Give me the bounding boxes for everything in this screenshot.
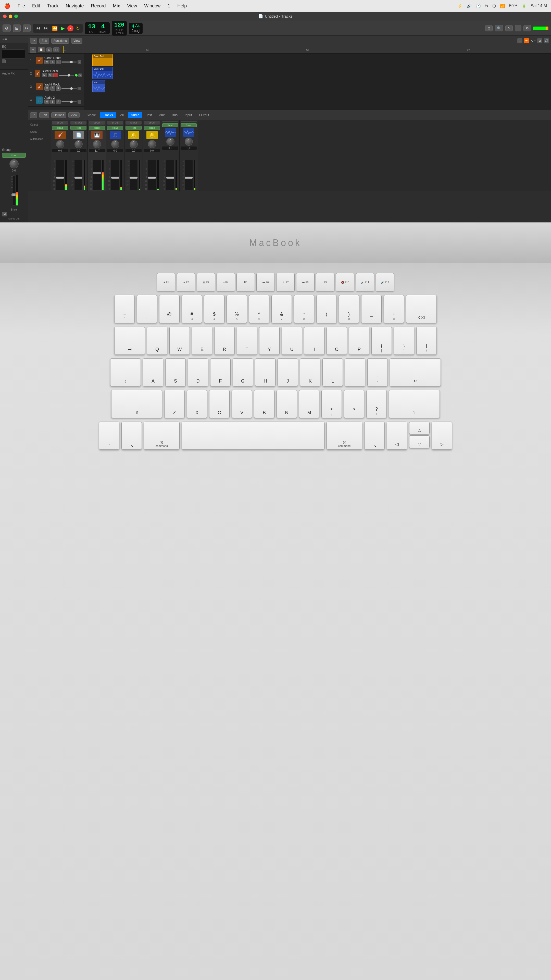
- ch4-fader-handle[interactable]: [111, 177, 119, 179]
- fn-key-f8[interactable]: ⏭ F8: [296, 273, 314, 291]
- go-to-start-button[interactable]: ⏪: [51, 25, 59, 32]
- arrangement-area[interactable]: Silver Doll Silver Doll Yac: [84, 54, 551, 110]
- volume-slider-1[interactable]: [62, 62, 77, 62]
- key-arrow-right[interactable]: ▷: [432, 422, 452, 450]
- ch3-fader-handle[interactable]: [93, 172, 101, 174]
- ch8-fader[interactable]: [184, 160, 193, 190]
- preferences-button[interactable]: ⚙: [3, 24, 11, 32]
- key-k[interactable]: K: [300, 358, 321, 387]
- key-m[interactable]: M: [299, 390, 319, 418]
- mixer-tab-audio[interactable]: Audio: [128, 112, 142, 118]
- key-p[interactable]: P: [349, 327, 369, 355]
- key-9[interactable]: (9: [316, 295, 337, 323]
- key-s[interactable]: S: [165, 358, 186, 387]
- ch8-pan-knob[interactable]: [185, 138, 193, 146]
- key-option-left[interactable]: ⌥: [121, 422, 142, 450]
- ch6-pan-knob[interactable]: [148, 140, 156, 148]
- fn-key-f6[interactable]: ⏮ F6: [256, 273, 275, 291]
- mixer-tab-output[interactable]: Output: [196, 112, 212, 118]
- key-equals[interactable]: +=: [384, 295, 404, 323]
- key-command-right[interactable]: ⌘ command: [327, 422, 362, 450]
- ch8-automation[interactable]: Read: [181, 123, 197, 127]
- cycle-button[interactable]: ↻: [75, 25, 81, 32]
- key-f[interactable]: F: [210, 358, 230, 387]
- key-7[interactable]: &7: [272, 295, 292, 323]
- ch2-fader[interactable]: [74, 160, 83, 190]
- ch2-pan-knob[interactable]: [75, 140, 83, 148]
- apple-menu[interactable]: 🍎: [4, 3, 11, 9]
- menu-record[interactable]: Record: [91, 3, 106, 9]
- add-track-button[interactable]: +: [30, 47, 36, 53]
- key-tab[interactable]: ⇥: [114, 327, 145, 355]
- mixer-tab-inst[interactable]: Inst: [143, 112, 155, 118]
- ch6-fader-handle[interactable]: [148, 177, 156, 179]
- fast-forward-button[interactable]: ⏭: [43, 25, 49, 32]
- key-o[interactable]: O: [327, 327, 347, 355]
- key-shift-right[interactable]: ⇧: [389, 390, 440, 418]
- ch3-automation[interactable]: Read: [89, 126, 105, 130]
- mixer-edit-button[interactable]: Edit: [39, 112, 49, 118]
- key-6[interactable]: ^6: [249, 295, 269, 323]
- key-quote[interactable]: "': [367, 358, 388, 387]
- automation-read-button[interactable]: Read: [2, 153, 26, 158]
- clip-yac-3[interactable]: Yac: [92, 80, 105, 92]
- menu-navigate[interactable]: Navigate: [65, 3, 84, 9]
- ch5-pan-knob[interactable]: [130, 140, 138, 148]
- key-command-left[interactable]: ⌘ command: [144, 422, 179, 450]
- solo-button-3[interactable]: S: [50, 86, 55, 91]
- cursor-icon[interactable]: ↖: [530, 39, 533, 43]
- mixer-tab-single[interactable]: Single: [84, 112, 99, 118]
- clip-silver-doll-2[interactable]: Silver Doll: [92, 67, 113, 79]
- track-view-button[interactable]: 📋: [38, 47, 45, 52]
- loop-view-button[interactable]: ⬚: [53, 47, 59, 52]
- record-arm-3[interactable]: R: [56, 86, 61, 91]
- key-i[interactable]: I: [304, 327, 324, 355]
- key-h[interactable]: H: [255, 358, 275, 387]
- fn-key-f10[interactable]: 🔇 F10: [336, 273, 354, 291]
- solo-button-1[interactable]: S: [50, 60, 55, 64]
- key-slash[interactable]: ?/: [366, 390, 387, 418]
- loop-mode-button[interactable]: ⇌: [524, 38, 529, 43]
- key-comma[interactable]: <,: [321, 390, 342, 418]
- ch5-automation[interactable]: Read: [125, 126, 141, 130]
- ch3-fader[interactable]: [93, 160, 101, 190]
- smart-button[interactable]: S: [46, 48, 52, 52]
- ch7-pan-knob[interactable]: [166, 138, 175, 146]
- mixer-tab-tracks[interactable]: Tracks: [100, 112, 116, 118]
- key-5[interactable]: %5: [227, 295, 247, 323]
- tempo-display[interactable]: 120 KEEP TEMPO: [112, 21, 127, 35]
- key-delete[interactable]: ⌫: [406, 295, 437, 323]
- ch4-pan-knob[interactable]: [111, 140, 119, 148]
- mixer-tab-aux[interactable]: Aux: [156, 112, 168, 118]
- rewind-button[interactable]: ⏮: [35, 25, 41, 32]
- mixer-tab-bus[interactable]: Bus: [169, 112, 181, 118]
- ch6-automation[interactable]: Read: [144, 126, 160, 130]
- mute-button-3[interactable]: M: [44, 86, 49, 91]
- key-period[interactable]: >.: [344, 390, 364, 418]
- solo-button-2[interactable]: S: [48, 73, 52, 77]
- ch1-fader-handle[interactable]: [56, 177, 64, 179]
- ch7-fader[interactable]: [166, 160, 175, 190]
- mute-button-1[interactable]: M: [44, 60, 49, 64]
- key-a[interactable]: A: [143, 358, 163, 387]
- key-x[interactable]: X: [187, 390, 207, 418]
- fn-key-f4[interactable]: ○ F4: [217, 273, 235, 291]
- ch7-fader-handle[interactable]: [166, 177, 174, 179]
- key-rbracket[interactable]: }]: [394, 327, 414, 355]
- key-t[interactable]: T: [237, 327, 257, 355]
- channel-fader-track[interactable]: [13, 175, 15, 206]
- key-r[interactable]: R: [214, 327, 235, 355]
- key-z[interactable]: Z: [164, 390, 185, 418]
- scissors-tool-button[interactable]: ✂: [23, 24, 30, 32]
- m-button[interactable]: M: [2, 212, 7, 216]
- menu-edit[interactable]: Edit: [32, 3, 40, 9]
- volume-slider-4[interactable]: [62, 101, 77, 102]
- key-1[interactable]: !1: [137, 295, 157, 323]
- close-button[interactable]: [3, 14, 6, 18]
- view-menu-button[interactable]: View: [71, 38, 83, 44]
- record-arm-2[interactable]: R: [53, 73, 58, 77]
- functions-menu-button[interactable]: Functions: [51, 38, 69, 44]
- key-spacebar[interactable]: [182, 422, 324, 450]
- mixer-view-button[interactable]: View: [68, 112, 79, 118]
- add-tool-button[interactable]: +: [515, 25, 521, 32]
